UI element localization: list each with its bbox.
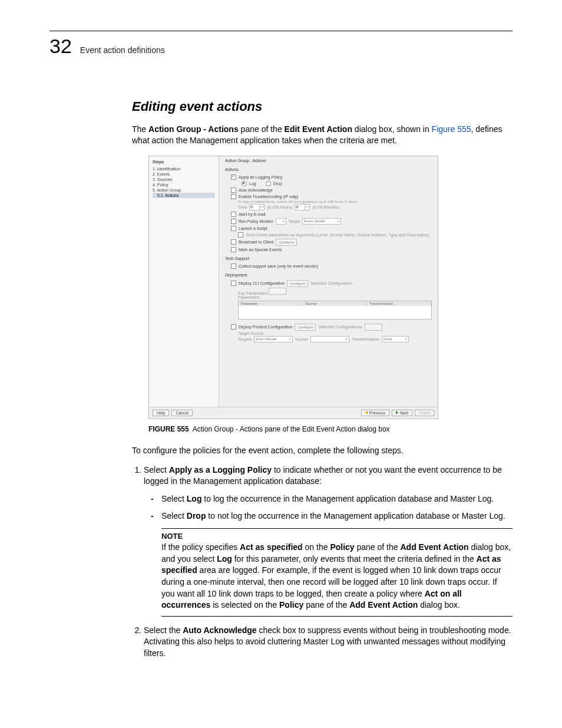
hours-stepper[interactable]: ▲▼ [249, 204, 265, 210]
checkbox-launch-script[interactable] [231, 226, 236, 231]
step-sources[interactable]: 3. Sources [153, 177, 215, 182]
key-params-button[interactable] [269, 288, 286, 295]
label-drop: Drop [273, 182, 282, 186]
page-header: 32 Event action definitions [49, 31, 513, 58]
label-apply-logging: Apply as Logging Policy [239, 175, 282, 179]
triangle-right-icon [396, 411, 398, 414]
product-configure-button[interactable]: Configure [295, 324, 316, 331]
steps-sidebar: Steps 1. Identification 2. Events 3. Sou… [149, 156, 219, 407]
cli-configure-button[interactable]: Configure [287, 280, 308, 287]
label-launch-script: Launch a Script [239, 226, 267, 230]
checkbox-apply-logging[interactable] [231, 174, 236, 180]
checkbox-send-params[interactable] [238, 232, 243, 238]
triangle-left-icon [365, 411, 368, 414]
label-deploy-product: Deploy Product Configuration [239, 325, 292, 329]
target-dd[interactable]: Event Sender▾ [302, 218, 341, 225]
source-label: Source [295, 337, 308, 341]
next-button[interactable]: Next [392, 410, 412, 416]
panel-title: Action Group - Actions [225, 159, 432, 163]
step-1: Select Apply as a Logging Policy to indi… [144, 465, 513, 617]
checkbox-broadcast[interactable] [231, 239, 236, 245]
help-button[interactable]: Help [153, 410, 169, 416]
note-title: NOTE [161, 531, 513, 542]
figure-link[interactable]: Figure 555 [432, 124, 471, 134]
label-auto-ack: Auto Acknowledge [239, 188, 273, 192]
source-dd[interactable]: ▾ [310, 336, 349, 342]
tech-heading: Tech Support [225, 256, 432, 261]
after-figure-text: To configure the policies for the event … [132, 445, 513, 456]
chapter-number: 32 [49, 35, 72, 58]
finish-button[interactable]: Finish [415, 410, 434, 416]
label-selected-configs: Selected Configurations [318, 325, 362, 329]
checkbox-mark-special[interactable] [231, 247, 236, 252]
params-table: Parameter Source Transformation [238, 301, 432, 319]
chapter-title: Event action definitions [80, 45, 165, 55]
radio-drop[interactable] [266, 181, 271, 186]
checkbox-enable-ts[interactable] [231, 194, 236, 199]
target-label: Target [289, 219, 300, 223]
section-title: Editing event actions [132, 99, 513, 114]
step-actions[interactable]: 5.1. Actions [153, 193, 215, 198]
step-2: Select the Auto Acknowledge check box to… [144, 625, 513, 660]
step-policy[interactable]: 4. Policy [153, 182, 215, 187]
broadcast-configure-button[interactable]: Configure [276, 239, 297, 246]
target-source-label: Target Source [225, 331, 432, 335]
time-label: Time [238, 205, 247, 209]
minutes-stepper[interactable]: ▲▼ [295, 204, 310, 210]
step-1-dash-log: Select Log to log the occurrence in the … [161, 493, 513, 505]
step-events[interactable]: 2. Events [153, 172, 215, 177]
key-params-label: Key Parameters [238, 291, 267, 295]
th-parameter: Parameter [239, 301, 303, 306]
checkbox-run-policy[interactable] [231, 219, 236, 224]
steps-title: Steps [153, 160, 215, 164]
actions-heading: Actions [225, 167, 432, 172]
figure-555: Steps 1. Identification 2. Events 3. Sou… [148, 156, 513, 419]
checkbox-alert-email[interactable] [231, 212, 236, 217]
transformation-dd[interactable]: None▾ [382, 336, 409, 342]
intro-text: The Action Group - Actions pane of the E… [132, 124, 513, 146]
label-deploy-cli: Deploy CLI Configuration [239, 281, 285, 285]
label-alert-email: Alert by E-mail [239, 212, 266, 216]
dialog-screenshot: Steps 1. Identification 2. Events 3. Sou… [148, 156, 438, 419]
transformation-label: Transformation [352, 337, 379, 341]
deploy-heading: Deployment [225, 273, 432, 277]
label-collect: Collect support save (only for event sen… [239, 264, 318, 268]
label-log: Log [249, 182, 256, 186]
th-transformation: Transformation [367, 301, 431, 306]
run-policy-dd[interactable]: ▾ [276, 218, 286, 225]
label-broadcast: Broadcast to Client [239, 240, 273, 244]
selected-configs-button[interactable] [365, 324, 382, 331]
note-box: NOTE If the policy specifies Act as spec… [161, 528, 513, 617]
checkbox-auto-ack[interactable] [231, 187, 236, 193]
targets-dd[interactable]: Event Sender▾ [254, 336, 293, 342]
checkbox-collect[interactable] [231, 263, 236, 269]
checkbox-deploy-cli[interactable] [231, 281, 236, 286]
figure-caption: FIGURE 555 Action Group - Actions pane o… [148, 425, 513, 433]
label-enable-ts: Enable Troubleshooting (IP only) [239, 195, 298, 199]
checkbox-deploy-product[interactable] [231, 324, 236, 330]
hours-range: (0-168 Hours) [267, 205, 292, 209]
previous-button[interactable]: Previous [361, 410, 389, 416]
minutes-range: (0-59 Minutes) [312, 205, 339, 209]
cancel-button[interactable]: Cancel [171, 410, 193, 416]
th-source: Source [303, 301, 367, 306]
label-mark-special: Mark as Special Events [239, 248, 282, 252]
targets-label: Targets [238, 337, 252, 341]
step-action-group[interactable]: 5. Action Group [153, 187, 215, 193]
label-send-params: Send Event parameters as arguments (Leve… [246, 233, 429, 237]
step-1-dash-drop: Select Drop to not log the occurrence in… [161, 510, 513, 522]
radio-log[interactable] [242, 181, 247, 186]
label-selected-config: Selected Configuration [310, 281, 352, 285]
step-identification[interactable]: 1. Identification [153, 166, 215, 172]
params-label: Parameters [238, 295, 432, 299]
label-run-policy: Run Policy Monitor [239, 219, 273, 223]
